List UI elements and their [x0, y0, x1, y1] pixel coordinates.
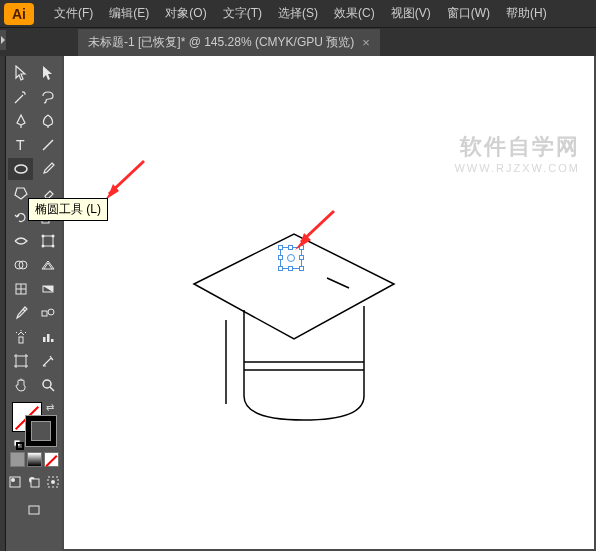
svg-rect-18	[47, 334, 50, 342]
shape-builder-tool[interactable]	[8, 254, 33, 276]
watermark: 软件自学网 WWW.RJZXW.COM	[454, 132, 580, 174]
eyedropper-tool[interactable]	[8, 302, 33, 324]
handle-br[interactable]	[299, 266, 304, 271]
curvature-tool[interactable]	[35, 110, 60, 132]
menu-type[interactable]: 文字(T)	[215, 5, 270, 22]
color-mode-gradient[interactable]	[27, 452, 42, 467]
svg-point-30	[51, 480, 55, 484]
menu-object[interactable]: 对象(O)	[157, 5, 214, 22]
line-segment-tool[interactable]	[35, 134, 60, 156]
svg-text:T: T	[16, 137, 25, 153]
menu-bar: Ai 文件(F) 编辑(E) 对象(O) 文字(T) 选择(S) 效果(C) 视…	[0, 0, 596, 28]
lasso-tool[interactable]	[35, 86, 60, 108]
canvas-area: 软件自学网 WWW.RJZXW.COM	[62, 56, 596, 551]
menu-window[interactable]: 窗口(W)	[439, 5, 498, 22]
svg-line-22	[50, 387, 54, 391]
type-tool[interactable]: T	[8, 134, 33, 156]
free-transform-tool[interactable]	[35, 230, 60, 252]
svg-point-9	[51, 245, 54, 248]
canvas[interactable]: 软件自学网 WWW.RJZXW.COM	[64, 56, 594, 549]
menu-file[interactable]: 文件(F)	[46, 5, 101, 22]
menu-select[interactable]: 选择(S)	[270, 5, 326, 22]
menu-help[interactable]: 帮助(H)	[498, 5, 555, 22]
swap-fill-stroke-icon[interactable]: ⇄	[46, 402, 54, 413]
handle-bc[interactable]	[288, 266, 293, 271]
gradient-tool[interactable]	[35, 278, 60, 300]
svg-rect-28	[31, 479, 39, 487]
menu-view[interactable]: 视图(V)	[383, 5, 439, 22]
fill-stroke-swatches[interactable]: ⇄	[12, 402, 56, 446]
draw-normal-icon[interactable]	[6, 471, 23, 493]
color-mode-solid[interactable]	[10, 452, 25, 467]
control-panel-handle[interactable]	[0, 30, 6, 50]
svg-point-21	[43, 380, 51, 388]
svg-point-6	[41, 235, 44, 238]
hand-tool[interactable]	[8, 374, 33, 396]
tab-close-icon[interactable]: ×	[362, 35, 370, 50]
svg-rect-16	[19, 337, 23, 343]
column-graph-tool[interactable]	[35, 326, 60, 348]
perspective-grid-tool[interactable]	[35, 254, 60, 276]
mesh-tool[interactable]	[8, 278, 33, 300]
svg-rect-19	[51, 339, 54, 342]
tools-panel: T	[6, 56, 62, 551]
handle-ml[interactable]	[278, 255, 283, 260]
svg-rect-25	[10, 477, 20, 487]
artboard-tool[interactable]	[8, 350, 33, 372]
default-fill-stroke-icon[interactable]	[14, 436, 24, 446]
svg-line-32	[327, 278, 349, 288]
screen-mode-icon[interactable]	[22, 499, 47, 521]
svg-point-2	[15, 165, 27, 173]
zoom-tool[interactable]	[35, 374, 60, 396]
color-mode-none[interactable]	[44, 452, 59, 467]
slice-tool[interactable]	[35, 350, 60, 372]
draw-behind-icon[interactable]	[25, 471, 42, 493]
svg-point-15	[48, 309, 54, 315]
svg-line-1	[43, 140, 53, 150]
watermark-url: WWW.RJZXW.COM	[454, 162, 580, 174]
svg-point-8	[41, 245, 44, 248]
svg-rect-14	[42, 311, 47, 316]
svg-rect-20	[16, 356, 26, 366]
svg-point-26	[11, 478, 15, 482]
stroke-swatch[interactable]	[26, 416, 56, 446]
magic-wand-tool[interactable]	[8, 86, 33, 108]
screen-mode-row	[6, 499, 62, 521]
handle-bl[interactable]	[278, 266, 283, 271]
app-logo: Ai	[4, 3, 34, 25]
watermark-title: 软件自学网	[454, 132, 580, 162]
symbol-sprayer-tool[interactable]	[8, 326, 33, 348]
annotation-arrow-2	[289, 206, 339, 256]
selection-tool[interactable]	[8, 62, 33, 84]
handle-tl[interactable]	[278, 245, 283, 250]
width-tool[interactable]	[8, 230, 33, 252]
svg-point-7	[51, 235, 54, 238]
tab-title: 未标题-1 [已恢复]* @ 145.28% (CMYK/GPU 预览)	[88, 34, 354, 51]
svg-rect-17	[43, 337, 46, 342]
svg-rect-5	[43, 236, 53, 246]
paintbrush-tool[interactable]	[35, 158, 60, 180]
svg-rect-31	[29, 506, 39, 514]
draw-inside-icon[interactable]	[45, 471, 62, 493]
color-mode-row	[6, 452, 62, 467]
draw-mode-row	[6, 471, 62, 493]
menu-effect[interactable]: 效果(C)	[326, 5, 383, 22]
direct-selection-tool[interactable]	[35, 62, 60, 84]
menu-edit[interactable]: 编辑(E)	[101, 5, 157, 22]
blend-tool[interactable]	[35, 302, 60, 324]
document-tab[interactable]: 未标题-1 [已恢复]* @ 145.28% (CMYK/GPU 预览) ×	[78, 29, 380, 56]
tool-tooltip: 椭圆工具 (L)	[28, 198, 108, 221]
pen-tool[interactable]	[8, 110, 33, 132]
ellipse-tool[interactable]	[8, 158, 33, 180]
document-tabs: 未标题-1 [已恢复]* @ 145.28% (CMYK/GPU 预览) ×	[0, 28, 596, 56]
